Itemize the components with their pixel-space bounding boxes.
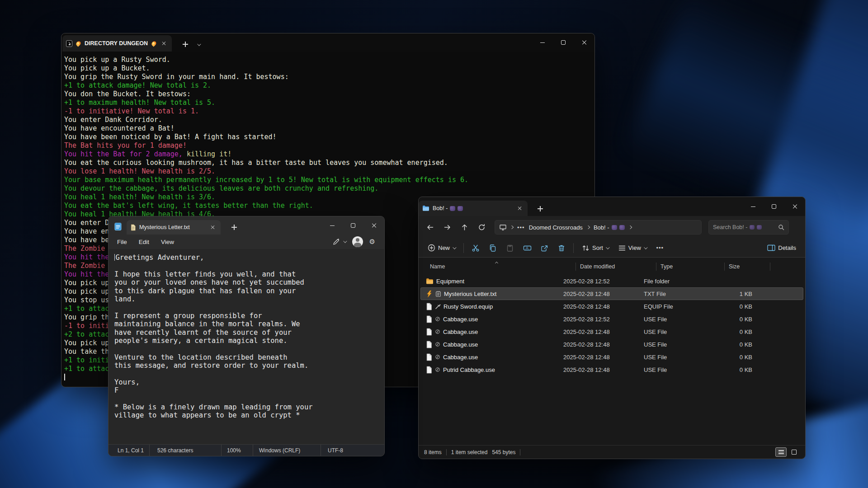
file-row[interactable]: Cabbage.use2025-02-28 12:48USE File0 KB <box>420 325 803 338</box>
notepad-text[interactable]: Greetings Adventurer,I hope this letter … <box>108 249 384 444</box>
notepad-tab[interactable]: Mysterious Letter.txt <box>127 220 221 235</box>
cut-button[interactable] <box>467 241 484 255</box>
line-ending-type: Windows (CRLF) <box>253 445 321 456</box>
menu-file[interactable]: File <box>111 237 133 247</box>
menu-edit[interactable]: Edit <box>133 237 155 247</box>
details-pane-button[interactable]: Details <box>763 241 801 255</box>
file-type: USE File <box>644 316 712 323</box>
menu-view[interactable]: View <box>155 237 180 247</box>
breadcrumb-overflow[interactable]: ••• <box>517 224 525 231</box>
close-button[interactable] <box>363 216 384 235</box>
copy-button[interactable] <box>485 241 501 255</box>
icons-view-toggle[interactable] <box>788 447 800 457</box>
chevron-down-icon[interactable] <box>197 42 201 46</box>
close-button[interactable] <box>574 33 594 52</box>
terminal-line: You devour the cabbage, its delicious le… <box>64 184 594 193</box>
encoding: UTF-8 <box>321 445 375 456</box>
file-row[interactable]: Cabbage.use2025-02-28 12:48USE File0 KB <box>420 351 803 363</box>
file-row[interactable]: Equipment2025-02-28 12:52File folder <box>420 275 803 287</box>
maximize-button[interactable] <box>343 216 363 235</box>
maximize-button[interactable] <box>553 33 574 52</box>
terminal-line: -1 to initiative! New total is 1. <box>64 107 594 116</box>
file-size: 0 KB <box>712 328 758 335</box>
imp-emoji-icon <box>612 225 617 230</box>
page-file-icon <box>426 353 432 361</box>
minimize-button[interactable] <box>322 216 343 235</box>
paste-button[interactable] <box>502 241 518 255</box>
rename-button[interactable]: A <box>519 241 535 255</box>
sort-button[interactable]: Sort <box>577 241 613 255</box>
terminal-line: You grip the Rusty Sword in your main ha… <box>64 73 594 81</box>
column-header-type[interactable]: Type <box>656 263 725 271</box>
breadcrumb-bob[interactable]: Bob! - <box>594 224 625 231</box>
file-row[interactable]: Rusty Sword.equip2025-02-28 12:48EQUIP F… <box>420 300 803 313</box>
view-lines-icon <box>618 245 626 251</box>
plus-circle-icon <box>428 244 435 252</box>
details-view-toggle[interactable] <box>775 447 787 457</box>
breadcrumb-doomed-crossroads[interactable]: Doomed Crossroads <box>529 224 583 231</box>
file-list[interactable]: Equipment2025-02-28 12:52File folderMyst… <box>419 274 805 445</box>
settings-gear-icon[interactable]: ⚙ <box>369 238 375 246</box>
file-date: 2025-02-28 12:48 <box>563 366 644 373</box>
terminal-line: You eat the curious looking mushroom, it… <box>64 159 594 167</box>
terminal-line: You pick up a Rusty Sword. <box>64 56 594 64</box>
file-row[interactable]: Cabbage.use2025-02-28 12:48USE File0 KB <box>420 338 803 351</box>
notepad-line: people's misery, a certain magical stone… <box>114 337 384 345</box>
file-row[interactable]: Cabbage.use2025-02-28 12:52USE File0 KB <box>420 313 803 325</box>
notepad-status-bar: Ln 1, Col 1 526 characters 100% Windows … <box>108 444 384 456</box>
notepad-line: this message, and restore order to your … <box>114 361 384 370</box>
minimize-button[interactable] <box>532 33 553 52</box>
up-button[interactable] <box>457 220 472 235</box>
close-button[interactable] <box>784 197 805 216</box>
terminal-line: You lose 1 health! New health is 2/5. <box>64 167 594 176</box>
terminal-line: You enter Dank Corridor. <box>64 116 594 124</box>
terminal-cursor <box>64 374 65 380</box>
file-row[interactable]: Putrid Cabbage.use2025-02-28 12:48USE Fi… <box>420 363 803 376</box>
file-type: USE File <box>644 366 712 373</box>
cabbage-emoji-icon <box>435 329 440 334</box>
notepad-line: to this dark plague that has fallen on y… <box>114 287 384 295</box>
column-header-size[interactable]: Size <box>725 263 770 271</box>
notepad-emoji-icon <box>435 291 441 297</box>
terminal-line: The Bat hits you for 1 damage! <box>64 141 594 150</box>
search-box[interactable]: Search Bob! - <box>708 220 789 235</box>
new-tab-button[interactable] <box>231 224 237 230</box>
notepad-line: Yours, <box>114 378 384 386</box>
zoom-level[interactable]: 100% <box>222 445 253 456</box>
file-row[interactable]: Mysterious Letter.txt2025-02-28 12:48TXT… <box>420 287 803 300</box>
maximize-button[interactable] <box>764 197 784 216</box>
notepad-line <box>114 370 384 378</box>
column-header-date[interactable]: Date modified <box>576 263 656 271</box>
notepad-app-icon <box>114 222 122 231</box>
explorer-tab[interactable]: Bob! - <box>419 201 528 216</box>
notepad-line: I hope this letter finds you well, and t… <box>114 270 384 278</box>
new-tab-button[interactable] <box>182 41 189 48</box>
minimize-button[interactable] <box>743 197 764 216</box>
new-button[interactable]: New <box>423 241 460 255</box>
refresh-button[interactable] <box>474 220 489 235</box>
file-name: Cabbage.use <box>443 341 478 348</box>
address-bar[interactable]: ••• Doomed Crossroads Bob! - <box>495 220 702 235</box>
search-icon <box>778 224 784 230</box>
delete-button[interactable] <box>553 241 570 255</box>
terminal-tab[interactable]: DIRECTORY DUNGEON <box>62 35 172 52</box>
tab-close-icon[interactable] <box>160 39 168 47</box>
account-avatar[interactable] <box>352 236 363 247</box>
terminal-line: +1 to maximum health! New total is 5. <box>64 99 594 107</box>
forward-button[interactable] <box>439 220 455 235</box>
chevron-right-icon <box>628 225 632 229</box>
column-header-name[interactable]: Name <box>426 263 576 271</box>
file-name: Rusty Sword.equip <box>443 303 493 310</box>
share-button[interactable] <box>536 241 552 255</box>
pen-sparkle-icon <box>332 238 340 246</box>
new-tab-button[interactable] <box>537 205 543 212</box>
view-button[interactable]: View <box>614 241 651 255</box>
page-file-icon <box>426 341 432 348</box>
tab-close-icon[interactable] <box>209 223 217 231</box>
back-button[interactable] <box>422 220 438 235</box>
rewrite-copilot-button[interactable] <box>332 238 346 246</box>
folder-file-icon <box>426 278 434 285</box>
tab-close-icon[interactable] <box>516 204 524 212</box>
chevron-right-icon <box>586 225 590 229</box>
more-options-button[interactable]: ••• <box>652 241 668 255</box>
